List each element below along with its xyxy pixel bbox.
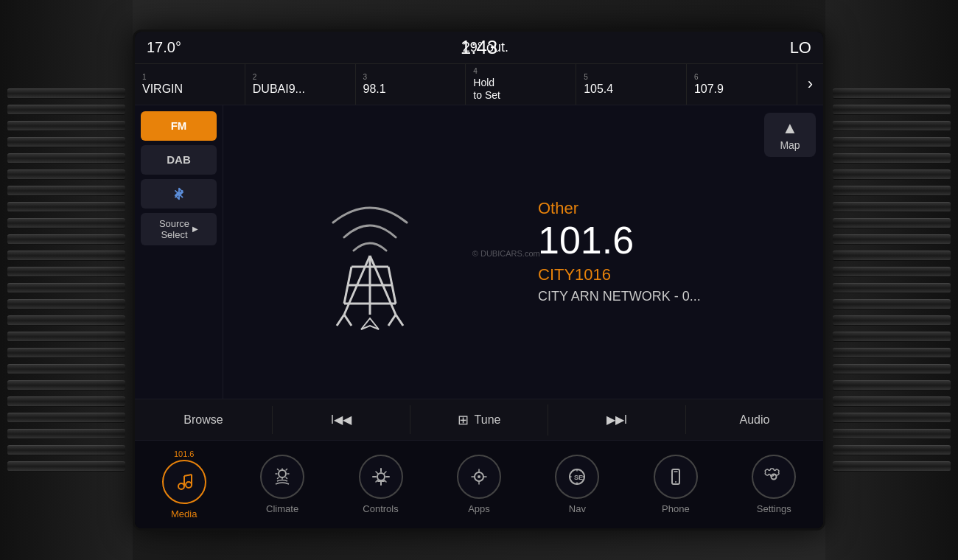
- source-sidebar: FM DAB SourceSelect ▶: [135, 105, 223, 399]
- climate-icon-circle: [260, 455, 304, 499]
- apps-icon-circle: [457, 455, 501, 499]
- source-select-button[interactable]: SourceSelect ▶: [141, 213, 217, 245]
- nav-settings[interactable]: Settings: [744, 452, 803, 517]
- bottom-navigation: 101.6 Media: [135, 440, 823, 528]
- settings-icon: [763, 466, 784, 487]
- settings-icon-circle: [752, 455, 796, 499]
- media-icon: [174, 472, 195, 492]
- preset-name-2: DUBAI9...: [253, 83, 305, 96]
- map-button[interactable]: ▲ Map: [764, 113, 816, 157]
- nav-climate[interactable]: Climate: [253, 452, 312, 517]
- next-button[interactable]: ▶▶I: [548, 405, 686, 434]
- radio-tower-svg: [311, 171, 429, 333]
- preset-name-3: 98.1: [363, 83, 386, 96]
- preset-1[interactable]: 1 VIRGIN: [135, 64, 245, 105]
- climate-icon: [272, 466, 293, 487]
- nav-phone[interactable]: Phone: [646, 452, 705, 517]
- svg-line-7: [344, 285, 348, 304]
- svg-text:SE: SE: [574, 474, 583, 481]
- controls-icon: [371, 466, 391, 487]
- preset-num-2: 2: [253, 73, 257, 81]
- apps-icon: [469, 466, 489, 487]
- svg-point-23: [478, 475, 480, 478]
- prev-button[interactable]: I◀◀: [273, 405, 410, 434]
- station-frequency: 101.6: [538, 221, 801, 259]
- media-icon-circle: [162, 460, 206, 504]
- svg-line-10: [337, 315, 344, 326]
- nav-icon: SE: [567, 466, 587, 487]
- fm-button[interactable]: FM: [141, 111, 217, 141]
- settings-label: Settings: [757, 503, 791, 514]
- preset-num-6: 6: [694, 73, 699, 81]
- svg-line-8: [388, 267, 392, 285]
- tune-button[interactable]: ⊞ Tune: [410, 405, 548, 435]
- nav-label: Nav: [569, 503, 586, 514]
- preset-num-1: 1: [142, 73, 147, 81]
- station-id: CITY1016: [538, 265, 801, 284]
- source-select-label: SourceSelect ▶: [159, 218, 198, 240]
- nav-controls[interactable]: Controls: [352, 452, 410, 517]
- right-vent: [825, 0, 958, 560]
- preset-name-6: 107.9: [694, 83, 724, 96]
- tune-grid-icon: ⊞: [458, 412, 469, 428]
- center-panel: [223, 105, 516, 399]
- radio-tower-graphic: [311, 171, 429, 333]
- audio-label: Audio: [740, 413, 770, 427]
- audio-button[interactable]: Audio: [686, 406, 823, 434]
- apps-label: Apps: [468, 503, 490, 514]
- browse-button[interactable]: Browse: [135, 406, 273, 434]
- fan-setting: LO: [790, 38, 811, 57]
- svg-line-12: [344, 315, 352, 326]
- nav-media[interactable]: 101.6 Media: [155, 447, 214, 522]
- nav-apps[interactable]: Apps: [450, 452, 508, 517]
- svg-marker-14: [361, 318, 379, 329]
- preset-name-1: VIRGIN: [142, 83, 183, 96]
- preset-2[interactable]: 2 DUBAI9...: [245, 64, 356, 105]
- car-background: 17.0° 1:43 29° out. LO 1 VIRGIN 2 DUBAI9…: [0, 0, 958, 560]
- temperature-display: 17.0°: [147, 39, 181, 56]
- svg-line-18: [184, 475, 192, 476]
- tune-label: Tune: [475, 413, 501, 427]
- preset-3[interactable]: 3 98.1: [356, 64, 466, 105]
- svg-point-20: [279, 470, 286, 477]
- bluetooth-icon: [171, 186, 187, 202]
- preset-num-5: 5: [584, 73, 588, 81]
- presets-next-arrow[interactable]: ›: [797, 64, 823, 105]
- controls-icon-circle: [359, 455, 403, 499]
- left-vent: [0, 0, 133, 560]
- station-category: Other: [538, 199, 801, 218]
- climate-label: Climate: [266, 503, 298, 514]
- svg-point-15: [178, 483, 184, 489]
- phone-label: Phone: [662, 503, 690, 514]
- svg-line-13: [388, 315, 396, 326]
- preset-4[interactable]: 4 Holdto Set: [466, 64, 576, 105]
- svg-line-9: [392, 285, 396, 304]
- controls-label: Controls: [363, 503, 398, 514]
- preset-6[interactable]: 6 107.9: [687, 64, 797, 105]
- infotainment-screen: 17.0° 1:43 29° out. LO 1 VIRGIN 2 DUBAI9…: [133, 29, 825, 531]
- phone-icon-circle: [654, 455, 698, 499]
- station-name: CITY ARN NETWORK - 0...: [538, 289, 801, 304]
- nav-icon-circle: SE: [555, 455, 599, 499]
- map-icon: ▲: [782, 119, 798, 138]
- prev-icon: I◀◀: [331, 413, 352, 427]
- nav-navigation[interactable]: SE Nav: [548, 452, 606, 517]
- bluetooth-button[interactable]: [141, 179, 217, 209]
- svg-point-16: [186, 482, 192, 488]
- map-button-label: Map: [780, 139, 800, 151]
- phone-icon: [665, 466, 686, 487]
- preset-name-5: 105.4: [584, 83, 613, 96]
- svg-point-28: [675, 481, 676, 483]
- status-bar: 17.0° 1:43 29° out. LO: [135, 32, 823, 64]
- time-display: 1:43: [461, 36, 498, 59]
- presets-bar: 1 VIRGIN 2 DUBAI9... 3 98.1 4 Holdto Set…: [135, 64, 823, 105]
- dab-button[interactable]: DAB: [141, 145, 217, 175]
- media-freq-label: 101.6: [174, 449, 195, 458]
- next-icon: ▶▶I: [606, 413, 627, 427]
- media-label: Media: [171, 508, 197, 519]
- svg-line-6: [348, 267, 352, 285]
- preset-5[interactable]: 5 105.4: [576, 64, 687, 105]
- preset-num-3: 3: [363, 73, 368, 81]
- preset-name-4: Holdto Set: [473, 77, 500, 102]
- preset-num-4: 4: [473, 67, 478, 75]
